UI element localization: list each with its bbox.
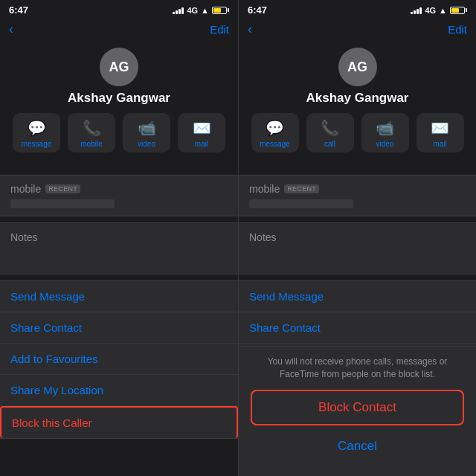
edit-button-left[interactable]: Edit bbox=[210, 23, 229, 36]
phone-label-right: mobile bbox=[249, 183, 280, 195]
video-button-right[interactable]: 📹 video bbox=[361, 113, 409, 152]
signal-icon-right bbox=[411, 7, 422, 14]
status-bar-right: 6:47 4G ▲ bbox=[239, 0, 476, 19]
edit-button-right[interactable]: Edit bbox=[448, 23, 467, 36]
video-icon-right: 📹 bbox=[376, 119, 394, 137]
mobile-label-left: mobile bbox=[80, 140, 102, 148]
call-button-right[interactable]: 📞 call bbox=[306, 113, 354, 152]
confirmation-text: You will not receive phone calls, messag… bbox=[251, 356, 464, 381]
block-caller-item-left[interactable]: Block this Caller bbox=[0, 406, 238, 438]
message-icon-right: 💬 bbox=[266, 119, 284, 137]
call-icon-right: 📞 bbox=[321, 119, 339, 137]
status-time-right: 6:47 bbox=[248, 4, 267, 16]
phone-section-right: mobile RECENT bbox=[239, 175, 476, 216]
block-contact-button[interactable]: Block Contact bbox=[251, 390, 464, 425]
phone-number-bar-right bbox=[249, 199, 353, 208]
phone-label-left: mobile bbox=[10, 183, 41, 195]
phone-section-left: mobile RECENT bbox=[0, 175, 238, 216]
wifi-icon-right: ▲ bbox=[439, 6, 447, 15]
right-screen: 6:47 4G ▲ ‹ Edit AG Akshay G bbox=[238, 0, 476, 476]
avatar-right: AG bbox=[338, 48, 377, 86]
nav-bar-left: ‹ Edit bbox=[0, 19, 238, 42]
status-time-left: 6:47 bbox=[9, 4, 28, 16]
video-button-left[interactable]: 📹 video bbox=[123, 113, 170, 152]
chevron-left-icon-right: ‹ bbox=[248, 22, 252, 37]
mail-icon-right: ✉️ bbox=[431, 119, 449, 137]
back-button-left[interactable]: ‹ bbox=[9, 22, 13, 37]
add-favourites-item-left[interactable]: Add to Favourites bbox=[0, 344, 238, 375]
video-label-right: video bbox=[376, 140, 394, 148]
status-icons-left: 4G ▲ bbox=[173, 6, 229, 15]
back-button-right[interactable]: ‹ bbox=[248, 22, 252, 37]
recent-badge-left: RECENT bbox=[45, 184, 80, 193]
message-button-right[interactable]: 💬 message bbox=[251, 113, 299, 152]
wifi-icon-left: ▲ bbox=[201, 6, 209, 15]
chevron-left-icon-left: ‹ bbox=[9, 22, 13, 37]
avatar-left: AG bbox=[100, 48, 138, 86]
contact-name-right: Akshay Gangwar bbox=[306, 91, 409, 106]
network-type-left: 4G bbox=[187, 6, 198, 15]
share-contact-item-left[interactable]: Share Contact bbox=[0, 312, 238, 344]
phone-row-right: mobile RECENT bbox=[249, 183, 466, 195]
share-location-item-left[interactable]: Share My Location bbox=[0, 375, 238, 406]
action-buttons-right: 💬 message 📞 call 📹 video ✉️ mail bbox=[239, 113, 476, 160]
phone-icon-left: 📞 bbox=[83, 119, 101, 137]
left-screen: 6:47 4G ▲ ‹ Edit AG Akshay G bbox=[0, 0, 238, 476]
video-icon-left: 📹 bbox=[138, 119, 156, 137]
status-bar-left: 6:47 4G ▲ bbox=[0, 0, 238, 19]
action-buttons-left: 💬 message 📞 mobile 📹 video ✉️ mail bbox=[1, 113, 237, 160]
battery-icon-right bbox=[450, 7, 467, 14]
contact-name-left: Akshay Gangwar bbox=[68, 91, 170, 106]
notes-section-right: Notes bbox=[239, 222, 476, 274]
mail-button-right[interactable]: ✉️ mail bbox=[416, 113, 464, 152]
signal-icon-left bbox=[173, 7, 184, 14]
list-section-left: Send Message Share Contact Add to Favour… bbox=[0, 280, 238, 439]
mail-label-right: mail bbox=[433, 140, 446, 148]
message-label-right: message bbox=[260, 140, 290, 148]
send-message-item-left[interactable]: Send Message bbox=[0, 281, 238, 312]
video-label-left: video bbox=[138, 140, 155, 148]
confirmation-sheet: You will not receive phone calls, messag… bbox=[239, 346, 476, 476]
call-label-right: call bbox=[324, 140, 335, 148]
nav-bar-right: ‹ Edit bbox=[239, 19, 476, 42]
share-contact-item-right[interactable]: Share Contact bbox=[239, 312, 476, 344]
notes-section-left: Notes bbox=[0, 222, 238, 274]
notes-label-left: Notes bbox=[10, 231, 38, 243]
mail-button-left[interactable]: ✉️ mail bbox=[178, 113, 225, 152]
status-icons-right: 4G ▲ bbox=[411, 6, 467, 15]
avatar-section-left: AG Akshay Gangwar 💬 message 📞 mobile 📹 v… bbox=[0, 42, 238, 169]
phone-row-left: mobile RECENT bbox=[10, 183, 228, 195]
phone-number-bar-left bbox=[10, 199, 115, 208]
notes-label-right: Notes bbox=[249, 231, 277, 243]
network-type-right: 4G bbox=[425, 6, 436, 15]
cancel-button[interactable]: Cancel bbox=[251, 431, 464, 461]
avatar-section-right: AG Akshay Gangwar 💬 message 📞 call 📹 vid… bbox=[239, 42, 476, 169]
send-message-item-right[interactable]: Send Message bbox=[239, 281, 476, 312]
recent-badge-right: RECENT bbox=[284, 184, 319, 193]
message-icon-left: 💬 bbox=[28, 119, 46, 137]
mail-label-left: mail bbox=[195, 140, 208, 148]
battery-icon-left bbox=[212, 7, 229, 14]
mobile-button-left[interactable]: 📞 mobile bbox=[68, 113, 115, 152]
mail-icon-left: ✉️ bbox=[193, 119, 211, 137]
message-button-left[interactable]: 💬 message bbox=[13, 113, 60, 152]
message-label-left: message bbox=[22, 140, 52, 148]
